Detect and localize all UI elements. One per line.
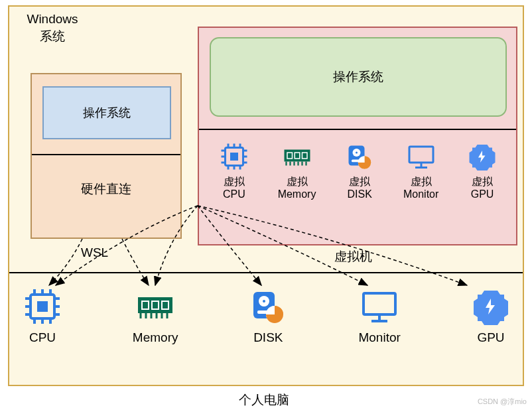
cpu-icon [218, 141, 250, 172]
wsl-hw-label: 硬件直连 [32, 180, 180, 198]
vm-disk: 虚拟 DISK [344, 141, 375, 200]
vm-divider [199, 129, 516, 130]
vm-hw-row: 虚拟 CPU 虚拟 Memory 虚拟 DISK 虚拟 Monitor 虚拟 G… [204, 141, 512, 200]
gpu-icon [466, 141, 498, 172]
main-monitor-label: Monitor [358, 330, 400, 346]
main-memory: Memory [133, 285, 178, 346]
main-disk-label: DISK [253, 330, 283, 346]
monitor-icon [358, 285, 401, 328]
vm-memory: 虚拟 Memory [278, 141, 316, 200]
vm-memory-label: 虚拟 Memory [278, 175, 316, 200]
memory-icon [281, 141, 313, 172]
vm-gpu: 虚拟 GPU [466, 141, 498, 200]
vm-cpu: 虚拟 CPU [218, 141, 250, 200]
main-gpu-label: GPU [477, 330, 504, 346]
vm-disk-label: 虚拟 DISK [348, 175, 372, 200]
main-gpu: GPU [470, 285, 512, 346]
disk-icon [247, 285, 289, 328]
pc-label: 个人电脑 [239, 391, 289, 409]
monitor-icon [405, 141, 437, 172]
main-cpu: CPU [21, 285, 64, 346]
memory-icon [134, 285, 176, 328]
vm-box: 操作系统 虚拟 CPU 虚拟 Memory 虚拟 DISK 虚拟 Monitor… [198, 27, 517, 245]
watermark: CSDN @淳mio [478, 397, 527, 407]
main-cpu-label: CPU [29, 330, 56, 346]
vm-gpu-label: 虚拟 GPU [471, 175, 494, 200]
vm-label: 虚拟机 [334, 248, 372, 265]
disk-icon [344, 141, 375, 172]
wsl-divider [32, 154, 180, 155]
main-disk: DISK [247, 285, 289, 346]
main-hw-row: CPU Memory DISK Monitor GPU [21, 285, 512, 346]
vm-monitor: 虚拟 Monitor [403, 141, 438, 200]
main-monitor: Monitor [358, 285, 401, 346]
vm-os-box: 操作系统 [210, 37, 507, 117]
gpu-icon [470, 285, 512, 328]
wsl-os-box: 操作系统 [42, 86, 171, 139]
wsl-box: 操作系统 硬件直连 [31, 73, 182, 239]
wsl-label: WSL [81, 245, 108, 260]
windows-title: Windows 系统 [16, 11, 89, 44]
main-memory-label: Memory [133, 330, 178, 346]
cpu-icon [21, 285, 64, 328]
main-divider [9, 272, 523, 273]
vm-monitor-label: 虚拟 Monitor [403, 175, 438, 200]
vm-cpu-label: 虚拟 CPU [223, 175, 245, 200]
windows-system-box: Windows 系统 操作系统 硬件直连 WSL 操作系统 虚拟 CPU 虚拟 … [8, 5, 524, 386]
